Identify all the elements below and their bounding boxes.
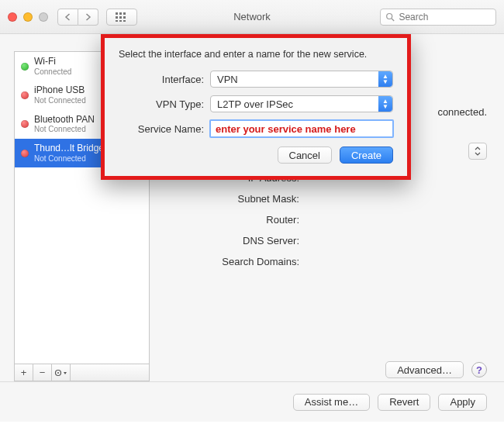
search-domains-label: Search Domains: [164, 256, 299, 267]
back-button[interactable] [57, 9, 78, 26]
detail-fields: IP Address: Subnet Mask: Router: DNS Ser… [164, 172, 487, 267]
svg-rect-5 [123, 16, 126, 19]
interface-row: Interface: VPN ▲▼ [119, 71, 393, 88]
service-status-label: Not Connected [34, 154, 104, 164]
add-service-button[interactable]: + [15, 364, 33, 381]
remove-service-button[interactable]: − [33, 364, 52, 381]
dns-server-label: DNS Server: [164, 235, 299, 246]
sidebar-footer: + − [15, 364, 149, 381]
router-label: Router: [164, 214, 299, 226]
subnet-mask-row: Subnet Mask: [164, 193, 487, 205]
advanced-row: Advanced… ? [385, 361, 487, 378]
service-name-label: iPhone USB [34, 85, 86, 96]
service-status-label: Not Connected [34, 96, 86, 105]
bottom-bar: Assist me… Revert Apply [0, 381, 504, 422]
updown-arrows-icon: ▲▼ [378, 71, 392, 87]
nav-buttons [57, 9, 98, 26]
svg-rect-6 [116, 20, 118, 22]
interface-value: VPN [217, 74, 238, 85]
updown-arrows-icon [475, 147, 481, 156]
close-window-button[interactable] [8, 12, 17, 22]
service-name-row: Service Name: [119, 120, 393, 137]
apply-button[interactable]: Apply [438, 394, 487, 411]
search-icon [385, 12, 395, 22]
service-name-input[interactable] [210, 120, 393, 137]
service-name-label: Bluetooth PAN [34, 115, 95, 126]
status-dot-icon [21, 150, 29, 157]
sheet-buttons: Cancel Create [119, 147, 393, 164]
vpn-type-row: VPN Type: L2TP over IPSec ▲▼ [119, 95, 393, 112]
chevron-right-icon [85, 13, 91, 21]
forward-button[interactable] [78, 9, 98, 26]
chevron-left-icon [64, 13, 71, 21]
vpn-type-label: VPN Type: [119, 98, 204, 110]
service-name-label: Wi-Fi [34, 57, 71, 67]
updown-arrows-icon: ▲▼ [378, 96, 392, 112]
dns-server-row: DNS Server: [164, 235, 487, 246]
interface-label: Interface: [119, 74, 204, 85]
search-input[interactable] [397, 11, 491, 23]
show-all-button[interactable] [106, 9, 137, 26]
svg-point-12 [57, 372, 59, 374]
vpn-type-value: L2TP over IPSec [217, 98, 293, 110]
location-popup[interactable] [468, 143, 487, 160]
zoom-window-button[interactable] [39, 12, 48, 22]
status-dot-icon [21, 91, 29, 99]
svg-rect-7 [119, 20, 122, 22]
service-name-label: Service Name: [119, 123, 204, 135]
new-service-sheet: Select the interface and enter a name fo… [101, 34, 411, 180]
cancel-button[interactable]: Cancel [278, 147, 332, 164]
svg-rect-0 [116, 12, 118, 15]
service-status-label: Connected [34, 67, 71, 77]
svg-rect-3 [116, 16, 118, 19]
search-field[interactable] [380, 9, 496, 26]
service-status-label: Not Connected [34, 125, 95, 134]
svg-rect-4 [119, 16, 122, 19]
vpn-type-select[interactable]: L2TP over IPSec ▲▼ [210, 95, 393, 112]
sheet-title: Select the interface and enter a name fo… [119, 49, 393, 60]
advanced-button[interactable]: Advanced… [385, 361, 464, 378]
help-button[interactable]: ? [471, 362, 487, 377]
revert-button[interactable]: Revert [378, 394, 430, 411]
subnet-mask-label: Subnet Mask: [164, 193, 299, 205]
service-actions-menu[interactable] [52, 364, 71, 381]
grid-icon [116, 12, 128, 22]
assist-me-button[interactable]: Assist me… [293, 394, 370, 411]
create-button[interactable]: Create [340, 147, 393, 164]
window-controls [8, 12, 48, 22]
minimize-window-button[interactable] [23, 12, 33, 22]
service-name-label: Thund…lt Bridge [34, 143, 104, 154]
svg-point-9 [387, 13, 392, 19]
svg-rect-2 [123, 12, 126, 15]
search-domains-row: Search Domains: [164, 256, 487, 267]
svg-line-10 [392, 19, 394, 21]
status-dot-icon [21, 63, 29, 71]
status-dot-icon [21, 120, 29, 128]
svg-rect-8 [123, 20, 126, 22]
svg-rect-1 [119, 12, 122, 15]
gear-icon [54, 368, 69, 377]
router-row: Router: [164, 214, 487, 226]
interface-select[interactable]: VPN ▲▼ [210, 71, 393, 88]
titlebar: Network [0, 0, 504, 34]
